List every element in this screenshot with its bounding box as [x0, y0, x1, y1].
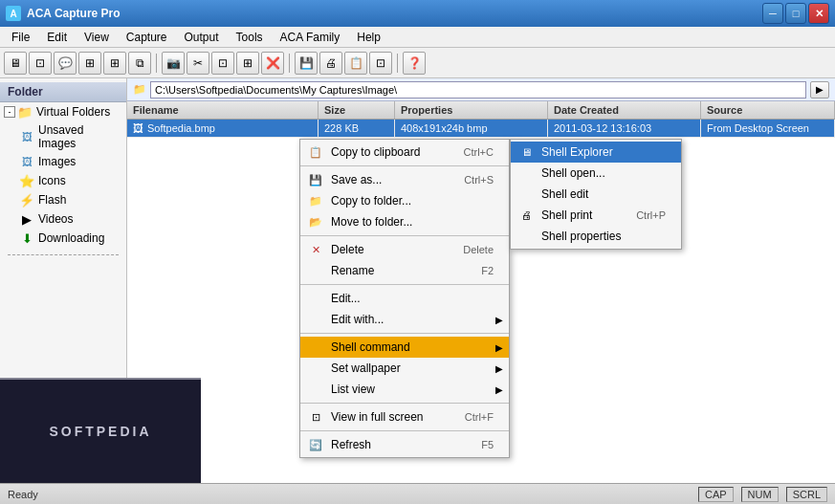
toolbar-btn-8[interactable]: ✂ [187, 52, 209, 75]
toolbar-btn-2[interactable]: ⊡ [29, 52, 52, 75]
status-scrl: SCRL [786, 487, 827, 502]
menu-bar: File Edit View Capture Output Tools ACA … [0, 27, 835, 48]
toolbar-btn-14[interactable]: 📋 [344, 52, 367, 75]
col-size[interactable]: Size [319, 101, 395, 119]
menu-edit[interactable]: Edit [39, 29, 75, 46]
icon-images: 🖼 [19, 154, 34, 169]
toolbar-btn-13[interactable]: 🖨 [319, 52, 342, 75]
shell-print-icon: 🖨 [518, 208, 534, 223]
sidebar-item-unsaved-images[interactable]: 🖼 Unsaved Images [0, 121, 126, 152]
col-date[interactable]: Date Created [548, 101, 701, 119]
toolbar-btn-5[interactable]: ⊞ [103, 52, 126, 75]
shell-properties-icon [518, 229, 534, 244]
toolbar-btn-7[interactable]: 📷 [162, 52, 185, 75]
sub-shell-edit[interactable]: Shell edit [511, 184, 681, 205]
toolbar-btn-9[interactable]: ⊡ [211, 52, 234, 75]
icon-flash: ⚡ [19, 192, 34, 208]
toolbar-btn-10[interactable]: ⊞ [236, 52, 259, 75]
toolbar-separator-1 [156, 54, 157, 73]
sidebar-header: Folder [0, 82, 126, 102]
shell-submenu: 🖥 Shell Explorer Shell open... Shell edi… [510, 139, 682, 250]
ctx-copy-folder[interactable]: 📁 Copy to folder... [300, 190, 509, 211]
sub-shell-print[interactable]: 🖨 Shell print Ctrl+P [511, 205, 681, 226]
ctx-move-folder[interactable]: 📂 Move to folder... [300, 211, 509, 232]
cell-date: 2011-03-12 13:16:03 [548, 120, 701, 137]
wallpaper-arrow: ▶ [495, 363, 503, 374]
maximize-button[interactable]: □ [785, 3, 806, 24]
copy-folder-icon: 📁 [308, 193, 323, 208]
toolbar-btn-1[interactable]: 🖥 [4, 52, 27, 75]
col-source[interactable]: Source [701, 101, 835, 119]
status-text: Ready [8, 489, 38, 500]
sidebar-item-flash[interactable]: ⚡ Flash [0, 190, 126, 209]
table-row[interactable]: 🖼 Softpedia.bmp 228 KB 408x191x24b bmp 2… [127, 120, 835, 138]
minimize-button[interactable]: ─ [762, 3, 783, 24]
sidebar-item-root[interactable]: - 📁 Virtual Folders [0, 102, 126, 121]
ctx-edit[interactable]: Edit... [300, 288, 509, 309]
ctx-list-view[interactable]: List view ▶ [300, 379, 509, 400]
ctx-refresh[interactable]: 🔄 Refresh F5 [300, 434, 509, 455]
ctx-sep-6 [300, 430, 509, 431]
sub-shell-explorer[interactable]: 🖥 Shell Explorer [511, 142, 681, 163]
toolbar: 🖥 ⊡ 💬 ⊞ ⊞ ⧉ 📷 ✂ ⊡ ⊞ ❌ 💾 🖨 📋 ⊡ ❓ [0, 48, 835, 78]
delete-icon: ✕ [308, 242, 323, 257]
menu-aca-family[interactable]: ACA Family [273, 29, 348, 46]
file-icon: 🖼 [133, 122, 143, 134]
rename-icon [308, 263, 323, 278]
ctx-view-full-screen[interactable]: ⊡ View in full screen Ctrl+F [300, 406, 509, 427]
ctx-rename[interactable]: Rename F2 [300, 260, 509, 281]
move-folder-icon: 📂 [308, 214, 323, 230]
ctx-delete[interactable]: ✕ Delete Delete [300, 239, 509, 260]
cell-properties: 408x191x24b bmp [395, 120, 548, 137]
menu-help[interactable]: Help [349, 29, 388, 46]
menu-tools[interactable]: Tools [229, 29, 271, 46]
menu-capture[interactable]: Capture [119, 29, 175, 46]
sub-shell-properties[interactable]: Shell properties [511, 226, 681, 247]
status-num: NUM [741, 487, 779, 502]
edit-icon [308, 291, 323, 306]
toolbar-btn-15[interactable]: ⊡ [369, 52, 392, 75]
toolbar-btn-4[interactable]: ⊞ [78, 52, 101, 75]
ctx-edit-with[interactable]: Edit with... ▶ [300, 309, 509, 330]
window-controls: ─ □ ✕ [762, 3, 829, 24]
file-list-header: Filename Size Properties Date Created So… [127, 101, 835, 120]
ctx-sep-2 [300, 235, 509, 236]
col-filename[interactable]: Filename [127, 101, 319, 119]
sub-shell-open[interactable]: Shell open... [511, 163, 681, 184]
ctx-sep-4 [300, 333, 509, 334]
ctx-sep-5 [300, 403, 509, 404]
app-icon: A [6, 6, 21, 21]
address-bar-input[interactable] [150, 81, 806, 99]
toolbar-btn-help[interactable]: ❓ [403, 52, 426, 75]
ctx-sep-1 [300, 165, 509, 166]
ctx-set-wallpaper[interactable]: Set wallpaper ▶ [300, 358, 509, 379]
expand-root[interactable]: - [4, 106, 15, 118]
sidebar-item-icons[interactable]: ⭐ Icons [0, 171, 126, 190]
sidebar-item-images[interactable]: 🖼 Images [0, 152, 126, 171]
address-bar-go[interactable]: ▶ [810, 81, 829, 99]
toolbar-btn-3[interactable]: 💬 [54, 52, 77, 75]
toolbar-btn-11[interactable]: ❌ [261, 52, 284, 75]
icon-downloading: ⬇ [19, 230, 34, 246]
menu-output[interactable]: Output [177, 29, 227, 46]
cell-size: 228 KB [319, 120, 395, 137]
ctx-shell-command[interactable]: Shell command ▶ [300, 337, 509, 358]
cell-filename: 🖼 Softpedia.bmp [127, 120, 319, 137]
close-button[interactable]: ✕ [808, 3, 829, 24]
menu-file[interactable]: File [4, 29, 37, 46]
status-bar: Ready CAP NUM SCRL [0, 483, 835, 504]
list-view-arrow: ▶ [495, 384, 503, 395]
sidebar-item-downloading[interactable]: ⬇ Downloading [0, 229, 126, 248]
ctx-copy-clipboard[interactable]: 📋 Copy to clipboard Ctrl+C [300, 142, 509, 163]
context-menu: 📋 Copy to clipboard Ctrl+C 💾 Save as... … [299, 139, 510, 458]
edit-with-arrow: ▶ [495, 315, 503, 325]
toolbar-btn-6[interactable]: ⧉ [128, 52, 151, 75]
col-properties[interactable]: Properties [395, 101, 548, 119]
icon-videos: ▶ [19, 211, 34, 227]
save-as-icon: 💾 [308, 172, 323, 187]
ctx-save-as[interactable]: 💾 Save as... Ctrl+S [300, 169, 509, 190]
app-title: ACA Capture Pro [27, 7, 762, 20]
toolbar-btn-12[interactable]: 💾 [295, 52, 318, 75]
menu-view[interactable]: View [77, 29, 117, 46]
sidebar-item-videos[interactable]: ▶ Videos [0, 209, 126, 229]
